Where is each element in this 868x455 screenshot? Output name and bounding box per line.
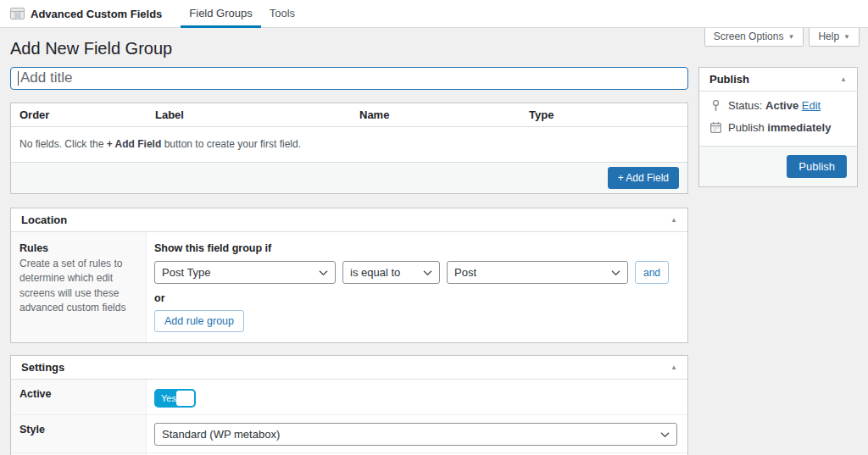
location-panel: Location ▲ Rules Create a set of rules t… xyxy=(10,208,688,343)
rule-param-select[interactable]: Post Type xyxy=(154,261,336,284)
rules-label-column: Rules Create a set of rules to determine… xyxy=(11,232,147,342)
add-rule-group-button[interactable]: Add rule group xyxy=(154,310,244,332)
status-row: Status: Active Edit xyxy=(709,99,847,112)
settings-panel-header: Settings ▲ xyxy=(11,356,687,380)
collapse-arrow-icon[interactable]: ▲ xyxy=(840,75,847,83)
main-column: Order Label Name Type No fields. Click t… xyxy=(10,67,688,455)
toggle-on-label: Yes xyxy=(161,393,176,403)
publish-date-row: Publish immediately xyxy=(709,121,847,134)
setting-content-style: Standard (WP metabox) xyxy=(147,415,687,452)
acf-brand: Advanced Custom Fields xyxy=(10,0,162,27)
style-select[interactable]: Standard (WP metabox) xyxy=(154,423,677,446)
settings-panel: Settings ▲ Active Yes Style Standard (WP… xyxy=(10,355,688,455)
text-caret xyxy=(18,71,19,86)
location-panel-header: Location ▲ xyxy=(11,208,687,232)
edit-status-link[interactable]: Edit xyxy=(802,99,821,112)
style-select-value: Standard (WP metabox) xyxy=(162,428,280,441)
location-panel-title: Location xyxy=(21,214,67,226)
status-label: Status: xyxy=(728,99,762,112)
publish-panel-title: Publish xyxy=(709,73,749,86)
help-button[interactable]: Help ▼ xyxy=(809,28,860,47)
settings-panel-title: Settings xyxy=(21,361,64,374)
chevron-down-icon xyxy=(611,269,620,275)
tab-field-groups-label: Field Groups xyxy=(189,7,252,19)
acf-logo-icon xyxy=(10,8,25,19)
sidebar-column: Publish ▲ Status: Active Edit xyxy=(698,67,858,187)
chevron-down-icon xyxy=(423,269,432,275)
status-value: Active xyxy=(765,99,798,112)
rule-value-select[interactable]: Post xyxy=(447,261,628,284)
rules-content-column: Show this field group if Post Type is eq… xyxy=(147,232,687,342)
or-label: or xyxy=(154,292,677,304)
fields-table-header: Order Label Name Type xyxy=(11,103,687,127)
setting-label-style: Style xyxy=(11,415,147,452)
collapse-arrow-icon[interactable]: ▲ xyxy=(670,363,677,371)
location-rule-row: Post Type is equal to Post and xyxy=(154,261,677,284)
content-layout: Order Label Name Type No fields. Click t… xyxy=(0,67,868,455)
pin-status-icon xyxy=(709,100,721,112)
toggle-knob xyxy=(176,391,194,406)
status-text: Status: Active Edit xyxy=(728,99,821,112)
publish-value: immediately xyxy=(767,121,831,134)
column-order: Order xyxy=(11,103,147,126)
location-panel-body: Rules Create a set of rules to determine… xyxy=(11,232,687,342)
chevron-down-icon: ▼ xyxy=(843,33,850,41)
column-label: Label xyxy=(147,103,351,126)
column-name: Name xyxy=(351,103,520,126)
tab-field-groups[interactable]: Field Groups xyxy=(181,0,260,28)
setting-row-active: Active Yes xyxy=(11,380,687,415)
no-fields-prefix: No fields. Click the xyxy=(19,138,103,150)
no-fields-message: No fields. Click the + Add Field button … xyxy=(11,127,687,163)
and-button[interactable]: and xyxy=(635,261,669,284)
screen-options-label: Screen Options xyxy=(714,31,784,42)
tab-tools-label: Tools xyxy=(270,7,295,19)
active-toggle[interactable]: Yes xyxy=(154,389,196,408)
rule-value-value: Post xyxy=(454,266,476,279)
setting-content-active: Yes xyxy=(147,380,687,414)
no-fields-suffix: button to create your first field. xyxy=(164,138,301,150)
rules-description: Create a set of rules to determine which… xyxy=(19,257,136,316)
chevron-down-icon xyxy=(660,431,670,437)
brand-label: Advanced Custom Fields xyxy=(31,8,162,20)
top-tabs: Field Groups Tools xyxy=(181,0,303,27)
chevron-down-icon xyxy=(319,269,328,275)
setting-row-style: Style Standard (WP metabox) xyxy=(11,415,687,453)
top-toolbar: Advanced Custom Fields Field Groups Tool… xyxy=(0,0,868,28)
tab-tools[interactable]: Tools xyxy=(261,0,303,28)
rule-operator-value: is equal to xyxy=(350,266,400,279)
publish-panel-footer: Publish xyxy=(699,146,857,186)
title-input-wrap xyxy=(10,67,688,90)
setting-label-active: Active xyxy=(11,380,147,414)
column-type: Type xyxy=(520,103,687,126)
rule-param-value: Post Type xyxy=(162,266,211,279)
publish-panel-body: Status: Active Edit Publish immediately xyxy=(699,92,857,146)
publish-button[interactable]: Publish xyxy=(787,155,847,178)
show-if-label: Show this field group if xyxy=(154,242,677,254)
screen-meta-links: Screen Options ▼ Help ▼ xyxy=(704,28,860,47)
publish-prefix: Publish xyxy=(728,121,765,134)
collapse-arrow-icon[interactable]: ▲ xyxy=(670,216,677,224)
rule-operator-select[interactable]: is equal to xyxy=(342,261,440,284)
calendar-icon xyxy=(709,122,721,133)
publish-panel: Publish ▲ Status: Active Edit xyxy=(698,67,858,187)
rules-title: Rules xyxy=(19,242,136,254)
add-field-button[interactable]: + Add Field xyxy=(608,167,679,189)
fields-table-footer: + Add Field xyxy=(11,163,687,193)
fields-panel: Order Label Name Type No fields. Click t… xyxy=(10,103,688,194)
title-input[interactable] xyxy=(10,67,688,90)
publish-panel-header: Publish ▲ xyxy=(699,68,857,92)
chevron-down-icon: ▼ xyxy=(787,33,794,41)
no-fields-highlight: + Add Field xyxy=(107,138,162,150)
help-label: Help xyxy=(818,31,839,42)
publish-date-text: Publish immediately xyxy=(728,121,831,134)
screen-options-button[interactable]: Screen Options ▼ xyxy=(704,28,804,47)
